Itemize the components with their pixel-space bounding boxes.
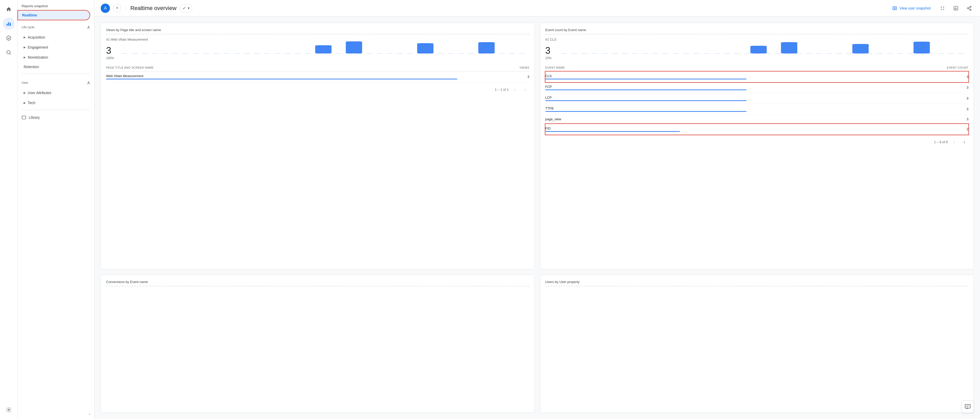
views-card-value-row: 3: [106, 42, 530, 55]
svg-point-10: [970, 6, 971, 7]
activity-icon[interactable]: [3, 32, 15, 44]
chart-icon[interactable]: [951, 3, 961, 13]
events-page-info: 1 – 6 of 8: [934, 140, 948, 144]
settings-icon[interactable]: [3, 403, 15, 416]
sidebar-engagement[interactable]: ▸ Engagement: [18, 42, 94, 52]
users-property-title-text: Users by User property: [546, 280, 580, 284]
sidebar-retention[interactable]: Retention: [18, 62, 94, 72]
sidebar-collapse-button[interactable]: ‹: [18, 409, 94, 419]
engagement-label: Engagement: [28, 45, 48, 49]
separator: |: [126, 6, 126, 10]
home-icon[interactable]: [3, 3, 15, 16]
lifecycle-chevron[interactable]: ∧: [87, 24, 90, 30]
views-page-info: 1 – 1 of 1: [495, 88, 509, 91]
events-col-name: EVENT NAME: [546, 64, 747, 72]
svg-rect-14: [315, 45, 331, 53]
library-label: Library: [29, 115, 40, 119]
title-badge[interactable]: ✓ ▾: [180, 4, 192, 12]
events-chart-svg: [561, 40, 969, 54]
views-col-count: VIEWS: [457, 64, 530, 72]
events-pagination: 1 – 6 of 8 ‹ ›: [546, 138, 969, 146]
sidebar-tech[interactable]: ▸ Tech: [18, 98, 94, 108]
user-attributes-label: User Attributes: [28, 91, 51, 95]
events-ttfb-value: 3: [746, 104, 969, 115]
tech-bullet: ▸: [24, 100, 26, 105]
user-section-label: User: [22, 81, 28, 84]
events-col-count: EVENT COUNT: [746, 64, 969, 72]
events-pageview-name: page_view: [546, 115, 747, 124]
expand-icon[interactable]: [938, 3, 947, 13]
table-row[interactable]: page_view 3: [546, 115, 969, 124]
svg-point-4: [7, 51, 10, 54]
views-row-value: 3: [457, 72, 530, 82]
events-fid-name: FID: [546, 124, 747, 135]
sidebar-acquisition[interactable]: ▸ Acquisition: [18, 32, 94, 42]
events-prev-button[interactable]: ‹: [950, 138, 958, 146]
svg-rect-16: [417, 43, 433, 53]
monetization-bullet: ▸: [24, 55, 26, 60]
svg-rect-22: [913, 41, 930, 53]
svg-point-3: [6, 36, 11, 40]
sidebar-divider-2: [22, 110, 90, 110]
collapse-icon: ‹: [89, 412, 90, 416]
views-col-name: PAGE TITLE AND SCREEN NAME: [106, 64, 457, 72]
sidebar-user-attributes[interactable]: ▸ User Attributes: [18, 88, 94, 98]
user-attributes-bullet: ▸: [24, 90, 26, 95]
topbar-left: A + | Realtime overview ✓ ▾: [101, 3, 192, 13]
sidebar-monetization[interactable]: ▸ Monetization: [18, 52, 94, 62]
svg-rect-6: [22, 116, 26, 119]
add-report-button[interactable]: +: [113, 4, 121, 12]
view-snapshot-button[interactable]: View user snapshot: [889, 3, 934, 13]
events-ttfb-name: TTFB: [546, 104, 747, 115]
events-pageview-value: 3: [746, 115, 969, 124]
check-icon: ✓: [182, 5, 186, 11]
table-row[interactable]: FCP 3: [546, 82, 969, 93]
events-cls-name: CLS: [546, 72, 747, 82]
events-card: Event count by Event name #1 CLS 3 15%: [540, 22, 974, 269]
svg-rect-19: [750, 46, 767, 53]
table-row[interactable]: TTFB 3: [546, 104, 969, 115]
topbar-right: View user snapshot: [889, 3, 974, 13]
sidebar-realtime-item[interactable]: Realtime: [18, 10, 90, 20]
svg-rect-20: [781, 42, 797, 53]
svg-point-5: [8, 409, 10, 411]
table-row[interactable]: CLS 3: [546, 72, 969, 82]
views-pagination: 1 – 1 of 1 ‹ ›: [106, 85, 530, 94]
views-big-num: 3: [106, 46, 111, 55]
sidebar: Reports snapshot Realtime Life cycle ∧ ▸…: [18, 0, 94, 419]
svg-rect-15: [346, 41, 362, 53]
table-row[interactable]: Web Vitals Measurement 3: [106, 72, 530, 82]
snapshot-icon: [892, 6, 897, 11]
views-chart-svg: [121, 40, 529, 54]
conversions-card-title: Conversions by Event name: [106, 280, 530, 286]
chat-fab[interactable]: [961, 400, 974, 413]
events-card-title: Event count by Event name: [546, 28, 969, 35]
table-row[interactable]: FID 2: [546, 124, 969, 135]
events-percent: 15%: [546, 56, 969, 60]
acquisition-label: Acquisition: [28, 35, 45, 39]
search-icon[interactable]: [3, 46, 15, 59]
svg-rect-1: [8, 22, 9, 26]
events-table: EVENT NAME EVENT COUNT CLS 3: [546, 64, 969, 135]
user-chevron[interactable]: ∧: [87, 80, 90, 86]
views-prev-button[interactable]: ‹: [511, 85, 519, 94]
views-card-title: Views by Page title and screen name: [106, 28, 530, 35]
analytics-icon[interactable]: [3, 18, 15, 30]
events-next-button[interactable]: ›: [960, 138, 969, 146]
events-mini-chart: [561, 42, 969, 55]
views-table: PAGE TITLE AND SCREEN NAME VIEWS Web Vit…: [106, 64, 530, 82]
share-icon[interactable]: [964, 3, 974, 13]
retention-label: Retention: [24, 65, 39, 69]
avatar[interactable]: A: [101, 3, 110, 13]
monetization-label: Monetization: [28, 55, 48, 59]
views-percent: 100%: [106, 56, 530, 60]
views-card-title-text: Views by Page title and screen name: [106, 28, 161, 32]
table-row[interactable]: LCP 3: [546, 93, 969, 104]
views-next-button[interactable]: ›: [521, 85, 530, 94]
events-card-title-text: Event count by Event name: [546, 28, 586, 32]
events-fcp-name: FCP: [546, 82, 747, 93]
sidebar-divider-1: [22, 73, 90, 74]
svg-point-11: [967, 8, 969, 9]
sidebar-library[interactable]: Library: [18, 112, 94, 123]
svg-rect-0: [6, 24, 8, 26]
